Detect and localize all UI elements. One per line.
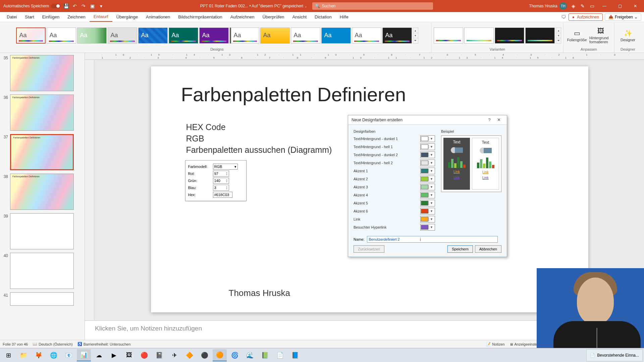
autosave-toggle[interactable]: Automatisches Speichern: [3, 4, 60, 8]
color-dropdown[interactable]: ▼: [420, 160, 435, 166]
user-account[interactable]: Thomas Hruska TH: [529, 2, 567, 10]
taskbar-task-item[interactable]: 📄 Bevorstehende Einna...: [586, 349, 643, 361]
slide-title[interactable]: Farbenpaletten Definieren: [181, 83, 406, 106]
design-theme-4[interactable]: Aa: [108, 27, 137, 44]
design-theme-6[interactable]: Aa: [169, 27, 198, 44]
slide-body[interactable]: HEX Code RGB Farbenpaletten aussuchen (D…: [186, 122, 332, 156]
taskbar-app-icon[interactable]: 🟠: [213, 349, 227, 361]
taskbar-explorer-icon[interactable]: 📁: [16, 349, 31, 361]
draw-icon[interactable]: ✎: [580, 3, 586, 9]
variants-gallery-more[interactable]: ▴▾⏷: [556, 27, 561, 44]
color-dropdown[interactable]: ▼: [420, 216, 435, 223]
tab-hilfe[interactable]: Hilfe: [336, 12, 353, 21]
close-button[interactable]: ✕: [629, 2, 641, 10]
qat-more-icon[interactable]: ▾: [98, 3, 104, 9]
share-button[interactable]: 📤 Freigeben ⌄: [605, 13, 641, 21]
dialog-close-button[interactable]: ✕: [494, 116, 503, 124]
slide-thumb-38[interactable]: 38 Farbenpaletten Definieren: [1, 174, 83, 210]
taskbar-excel-icon[interactable]: 📗: [258, 349, 272, 361]
design-theme-1[interactable]: Aa: [16, 27, 46, 44]
search-input[interactable]: [322, 4, 430, 8]
color-dropdown[interactable]: ▼: [420, 184, 435, 190]
redo-icon[interactable]: ↷: [80, 3, 87, 9]
diamond-icon[interactable]: ◈: [570, 3, 576, 9]
designer-button[interactable]: ✨Designer: [616, 25, 639, 46]
taskbar-firefox-icon[interactable]: 🦊: [32, 349, 46, 361]
variant-1[interactable]: [434, 27, 463, 44]
variant-3[interactable]: [495, 27, 524, 44]
slide-thumb-35[interactable]: 35 Farbenpaletten Definieren: [1, 55, 83, 91]
tab-zeichnen[interactable]: Zeichnen: [63, 12, 89, 21]
taskbar-app-icon[interactable]: 📄: [273, 349, 287, 361]
design-theme-11[interactable]: Aa: [321, 27, 351, 44]
tab-start[interactable]: Start: [21, 12, 38, 21]
present-icon[interactable]: ▣: [89, 3, 95, 9]
slide-thumbnail-panel[interactable]: 35 Farbenpaletten Definieren 36 Farbenpa…: [0, 53, 85, 340]
tab-einfuegen[interactable]: Einfügen: [38, 12, 63, 21]
start-button[interactable]: ⊞: [1, 349, 15, 361]
design-theme-13[interactable]: Aa: [382, 27, 412, 44]
slide-author[interactable]: Thomas Hruska: [229, 288, 290, 298]
tab-ueberpruefen[interactable]: Überprüfen: [258, 12, 288, 21]
slide-thumb-41[interactable]: 41: [1, 292, 83, 306]
taskbar-app-icon[interactable]: 🌀: [228, 349, 242, 361]
color-dropdown[interactable]: ▼: [420, 168, 435, 174]
tab-bildschirm[interactable]: Bildschirmpräsentation: [174, 12, 226, 21]
taskbar-vlc-icon[interactable]: ▶: [107, 349, 121, 361]
taskbar-obs-icon[interactable]: ⚫: [198, 349, 212, 361]
color-dropdown[interactable]: ▼: [420, 176, 435, 182]
taskbar-app-icon[interactable]: ☁: [92, 349, 106, 361]
reset-button[interactable]: Zurücksetzen: [354, 245, 384, 253]
dialog-titlebar[interactable]: Neue Designfarben erstellen ? ✕: [348, 115, 507, 125]
tab-animationen[interactable]: Animationen: [142, 12, 174, 21]
taskbar-powerpoint-icon[interactable]: 📊: [77, 349, 91, 361]
color-dropdown[interactable]: ▼: [420, 200, 435, 206]
design-theme-5[interactable]: Aa: [138, 27, 168, 44]
taskbar-chrome-icon[interactable]: 🌐: [47, 349, 61, 361]
slide-counter[interactable]: Folie 37 von 46: [3, 342, 28, 346]
design-theme-12[interactable]: Aa: [352, 27, 381, 44]
document-title[interactable]: PPT 01 Roter Faden 002... • Auf "diesem …: [200, 4, 307, 8]
color-dropdown[interactable]: ▼: [420, 143, 435, 150]
toggle-switch-icon[interactable]: [51, 4, 60, 8]
tab-datei[interactable]: Datei: [3, 12, 21, 21]
tab-uebergaenge[interactable]: Übergänge: [112, 12, 142, 21]
taskbar-edge-icon[interactable]: 🌊: [243, 349, 257, 361]
dialog-help-button[interactable]: ?: [485, 116, 494, 124]
taskbar-word-icon[interactable]: 📘: [288, 349, 302, 361]
tab-dictation[interactable]: Dictation: [311, 12, 336, 21]
tab-aufzeichnen[interactable]: Aufzeichnen: [226, 12, 259, 21]
taskbar-onenote-icon[interactable]: 📓: [152, 349, 166, 361]
save-icon[interactable]: 💾: [63, 3, 69, 9]
slide-thumb-36[interactable]: 36 Farbenpaletten Definieren: [1, 95, 83, 131]
tab-entwurf[interactable]: Entwurf: [90, 12, 112, 22]
design-theme-9[interactable]: Aa: [260, 27, 290, 44]
taskbar-app-icon[interactable]: 🔶: [182, 349, 197, 361]
undo-icon[interactable]: ↶: [72, 3, 78, 9]
design-theme-2[interactable]: Aa: [47, 27, 76, 44]
taskbar-app-icon[interactable]: 🖼: [122, 349, 136, 361]
save-button[interactable]: Speichern: [447, 245, 473, 253]
designs-gallery-more[interactable]: ▴▾⏷: [413, 27, 418, 44]
slide-thumb-39[interactable]: 39: [1, 213, 83, 249]
design-theme-8[interactable]: Aa: [230, 27, 259, 44]
design-theme-7[interactable]: Aa: [199, 27, 229, 44]
language-indicator[interactable]: 📖 Deutsch (Österreich): [33, 342, 72, 346]
variant-4[interactable]: [525, 27, 555, 44]
slide-thumb-37[interactable]: 37 Farbenpaletten Definieren: [1, 134, 83, 170]
maximize-button[interactable]: ▢: [614, 2, 626, 10]
design-theme-10[interactable]: Aa: [291, 27, 320, 44]
tab-ansicht[interactable]: Ansicht: [288, 12, 311, 21]
color-dropdown[interactable]: ▼: [420, 224, 435, 231]
cancel-button[interactable]: Abbrechen: [475, 245, 501, 253]
window-icon[interactable]: ▭: [589, 3, 595, 9]
design-theme-3[interactable]: Aa: [77, 27, 107, 44]
format-background-button[interactable]: 🖼Hintergrund formatieren: [589, 25, 612, 46]
color-dropdown[interactable]: ▼: [420, 135, 435, 142]
search-box[interactable]: 🔍: [312, 2, 433, 10]
variant-2[interactable]: [464, 27, 494, 44]
comments-icon[interactable]: 🗨: [560, 14, 567, 20]
color-dropdown[interactable]: ▼: [420, 192, 435, 198]
taskbar-app-icon[interactable]: 🔴: [137, 349, 151, 361]
slide-size-button[interactable]: ▭Foliengröße: [566, 25, 588, 46]
